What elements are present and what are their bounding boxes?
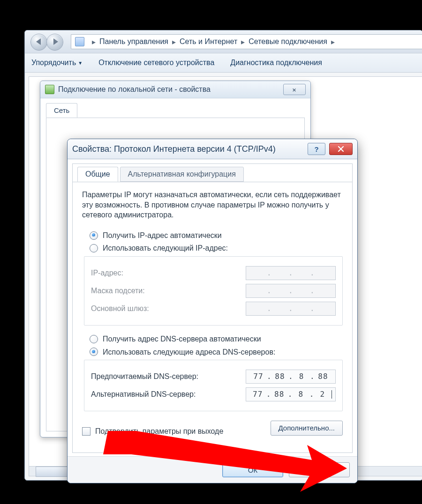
- dialog-titlebar: Свойства: Протокол Интернета версии 4 (T…: [68, 139, 357, 159]
- dialog-inner: Общие Альтернативная конфигурация Параме…: [72, 163, 353, 453]
- arrow-right-icon: [53, 38, 58, 45]
- input-alternate-dns[interactable]: 77. 88. 8. 2: [246, 387, 336, 401]
- input-gateway: . . .: [246, 302, 336, 316]
- toolbar-label: Упорядочить: [31, 59, 76, 67]
- label-ip-address: IP-адрес:: [91, 268, 123, 278]
- tab-panel-general: Параметры IP могут назначаться автоматич…: [73, 182, 352, 441]
- radio-label: Получить IP-адрес автоматически: [103, 230, 222, 241]
- radio-ip-manual[interactable]: Использовать следующий IP-адрес:: [90, 243, 343, 253]
- adapter-icon: [45, 85, 54, 94]
- ok-button[interactable]: ОК: [222, 462, 283, 477]
- label-subnet-mask: Маска подсети:: [91, 286, 145, 296]
- chevron-right-icon: ▸: [331, 37, 335, 46]
- help-icon: ?: [314, 145, 318, 153]
- tab-row: Сеть: [46, 103, 305, 118]
- chevron-right-icon: ▸: [172, 37, 176, 46]
- arrow-left-icon: [36, 38, 41, 45]
- radio-label: Получить адрес DNS-сервера автоматически: [103, 334, 261, 344]
- breadcrumb-item[interactable]: Сеть и Интернет: [180, 37, 237, 46]
- radio-label: Использовать следующий IP-адрес:: [103, 243, 228, 253]
- toolbar-diagnose[interactable]: Диагностика подключения: [230, 59, 322, 67]
- radio-icon: [90, 231, 98, 240]
- close-icon: ⨉: [293, 86, 297, 93]
- description-text: Параметры IP могут назначаться автоматич…: [82, 190, 343, 220]
- radio-dns-manual[interactable]: Использовать следующие адреса DNS-сервер…: [90, 347, 343, 357]
- radio-ip-auto[interactable]: Получить IP-адрес автоматически: [90, 230, 343, 241]
- nav-back-button[interactable]: [30, 34, 47, 51]
- breadcrumb-item[interactable]: Сетевые подключения: [249, 37, 327, 46]
- input-ip-address: . . .: [246, 266, 336, 280]
- close-button[interactable]: [329, 143, 353, 155]
- dialog-footer: ОК Отмена: [68, 456, 357, 483]
- label-gateway: Основной шлюз:: [91, 304, 149, 314]
- dialog-titlebar: Подключение по локальной сети - свойства…: [40, 81, 310, 98]
- label-alternate-dns: Альтернативный DNS-сервер:: [91, 389, 196, 400]
- tab-network[interactable]: Сеть: [46, 103, 77, 118]
- tab-general[interactable]: Общие: [77, 167, 118, 182]
- nav-buttons: [30, 34, 64, 50]
- checkbox-label: Подтвердить параметры при выходе: [95, 426, 223, 437]
- address-bar[interactable]: ▸ Панель управления ▸ Сеть и Интернет ▸ …: [71, 34, 422, 49]
- explorer-toolbar: Упорядочить▼ Отключение сетевого устройс…: [25, 53, 422, 73]
- help-button[interactable]: ?: [308, 143, 325, 155]
- input-subnet-mask: . . .: [246, 284, 336, 298]
- dns-fields-group: Предпочитаемый DNS-сервер: 77. 88. 8. 88…: [84, 360, 343, 411]
- toolbar-organize[interactable]: Упорядочить▼: [31, 59, 83, 67]
- radio-label: Использовать следующие адреса DNS-сервер…: [103, 347, 275, 357]
- chevron-right-icon: ▸: [92, 37, 96, 46]
- dialog-title: Подключение по локальной сети - свойства: [58, 85, 211, 94]
- label-preferred-dns: Предпочитаемый DNS-сервер:: [91, 371, 198, 382]
- radio-dns-auto[interactable]: Получить адрес DNS-сервера автоматически: [90, 334, 343, 344]
- network-icon: [75, 37, 84, 46]
- tab-row: Общие Альтернативная конфигурация: [73, 164, 352, 182]
- explorer-titlebar: ▸ Панель управления ▸ Сеть и Интернет ▸ …: [25, 30, 422, 53]
- tab-alt-config[interactable]: Альтернативная конфигурация: [120, 167, 244, 182]
- checkbox-icon: [82, 427, 90, 436]
- radio-icon: [90, 348, 98, 356]
- dialog-title: Свойства: Протокол Интернета версии 4 (T…: [72, 144, 308, 154]
- nav-forward-button[interactable]: [46, 34, 63, 51]
- advanced-button[interactable]: Дополнительно...: [271, 421, 343, 436]
- toolbar-disable-device[interactable]: Отключение сетевого устройства: [98, 59, 214, 67]
- radio-icon: [90, 335, 98, 343]
- checkbox-validate-on-exit[interactable]: Подтвердить параметры при выходе: [82, 426, 223, 437]
- close-button[interactable]: ⨉: [283, 84, 306, 95]
- radio-icon: [90, 244, 98, 252]
- scrollbar-thumb[interactable]: [36, 467, 69, 477]
- ip-fields-group: IP-адрес: . . . Маска подсети: . .: [84, 256, 343, 326]
- ipv4-properties-dialog: Свойства: Протокол Интернета версии 4 (T…: [67, 139, 358, 483]
- text-cursor: [332, 390, 332, 399]
- cancel-button[interactable]: Отмена: [289, 462, 350, 477]
- chevron-right-icon: ▸: [241, 37, 245, 46]
- chevron-down-icon: ▼: [78, 60, 83, 66]
- input-preferred-dns[interactable]: 77. 88. 8. 88: [246, 370, 336, 384]
- screenshot-stage: ▸ Панель управления ▸ Сеть и Интернет ▸ …: [0, 0, 422, 504]
- breadcrumb-item[interactable]: Панель управления: [99, 37, 168, 46]
- close-icon: [338, 146, 344, 152]
